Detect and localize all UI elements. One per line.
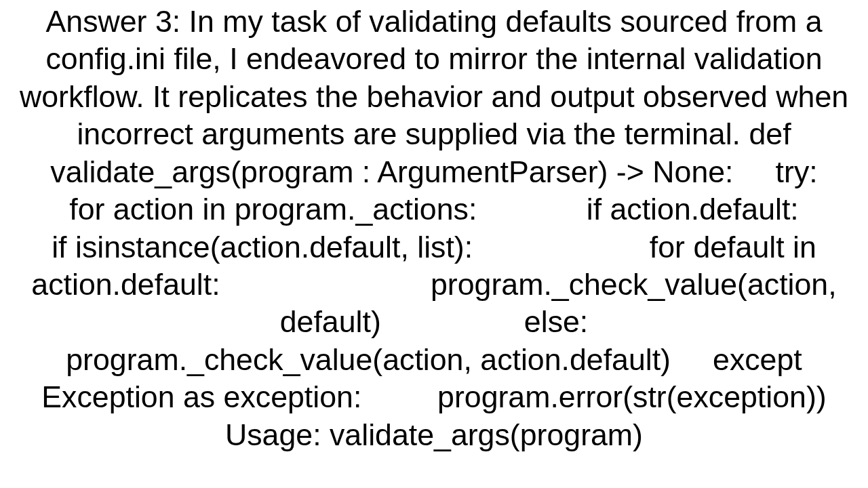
answer-body-text: Answer 3: In my task of validating defau… — [0, 0, 868, 453]
document-viewport: Answer 3: In my task of validating defau… — [0, 0, 868, 488]
